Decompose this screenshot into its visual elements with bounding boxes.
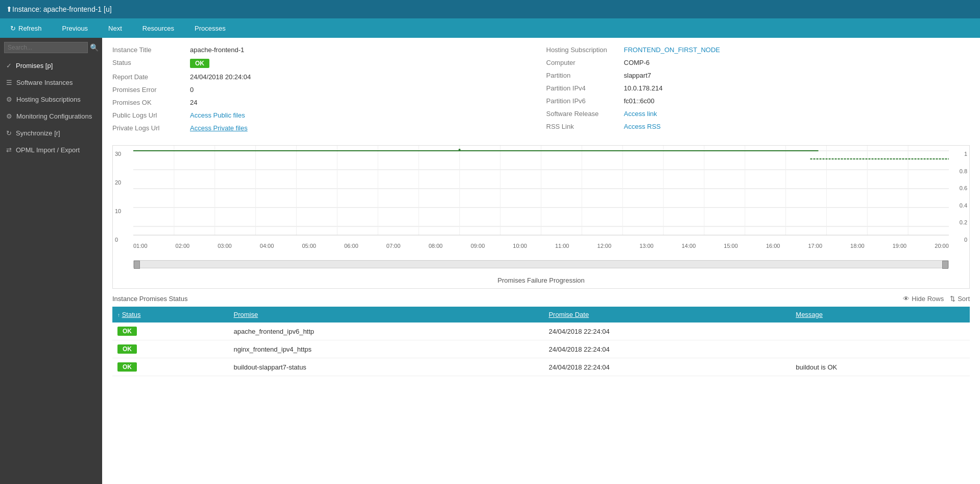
promises-table: ↑ Status Promise Promise Date Message OK… [112,307,970,376]
col-status[interactable]: ↑ Status [112,307,229,322]
svg-point-25 [459,149,461,151]
hide-rows-btn[interactable]: 👁 Hide Rows [903,295,944,303]
table-row: OK apache_frontend_ipv6_http 24/04/2018 … [112,322,970,340]
partition-ipv6-value: fc01::6c00 [624,97,655,105]
content-area: Instance Title apache-frontend-1 Status … [102,38,980,484]
col-message[interactable]: Message [791,307,970,322]
private-logs-row: Private Logs Url Access Private files [112,124,536,132]
sidebar-item-opml[interactable]: ⇄ OPML Import / Export [0,142,102,158]
report-date-value: 24/04/2018 20:24:04 [190,73,251,81]
hosting-sub-link[interactable]: FRONTEND_ON_FIRST_NODE [624,46,721,54]
chart-container: 0 10 20 30 [112,145,970,289]
report-date-label: Report Date [112,73,184,81]
row-promise: nginx_frontend_ipv4_https [229,340,544,358]
sync-icon: ↻ [6,129,12,137]
gear-icon: ⚙ [6,96,12,103]
range-slider-container [113,258,969,272]
row-message [791,340,970,358]
sidebar: 🔍 ✓ Promises [p] ☰ Software Instances ⚙ … [0,38,102,484]
partition-ipv4-value: 10.0.178.214 [624,84,663,92]
gear2-icon: ⚙ [6,112,12,120]
chart-svg [133,146,949,243]
instance-icon: ⬆ [6,5,12,13]
promises-error-value: 0 [190,86,194,94]
y-right-axis: 0 0.2 0.4 0.6 0.8 1 [949,146,969,258]
table-header-row: Instance Promises Status 👁 Hide Rows ⇅ S… [112,295,970,303]
sidebar-search: 🔍 [0,38,102,57]
instance-title-value: apache-frontend-1 [190,46,244,54]
promises-ok-value: 24 [190,99,197,106]
import-export-icon: ⇄ [6,146,12,154]
table-section: Instance Promises Status 👁 Hide Rows ⇅ S… [102,289,980,382]
table-header: ↑ Status Promise Promise Date Message [112,307,970,322]
row-promise: apache_frontend_ipv6_http [229,322,544,340]
resources-btn[interactable]: Resources [132,18,184,38]
sidebar-item-software-instances[interactable]: ☰ Software Instances [0,74,102,91]
col-promise-date[interactable]: Promise Date [543,307,791,322]
hosting-sub-row: Hosting Subscription FRONTEND_ON_FIRST_N… [546,46,970,54]
public-logs-row: Public Logs Url Access Public files [112,111,536,119]
x-axis-labels: 01:00 02:00 03:00 04:00 05:00 06:00 07:0… [133,243,949,249]
row-date: 24/04/2018 22:24:04 [543,358,791,376]
partition-ipv6-label: Partition IPv6 [546,97,618,105]
row-status: OK [112,340,229,358]
refresh-icon: ↻ [10,25,16,32]
public-logs-link[interactable]: Access Public files [190,111,245,119]
row-status: OK [112,358,229,376]
list-icon: ☰ [6,79,12,86]
sidebar-item-hosting-subscriptions[interactable]: ⚙ Hosting Subscriptions [0,91,102,108]
status-badge: OK [190,59,209,68]
rss-link[interactable]: Access RSS [624,123,661,130]
search-input[interactable] [4,42,88,53]
range-handle-right[interactable] [942,261,948,269]
public-logs-label: Public Logs Url [112,111,184,119]
instance-title-label: Instance Title [112,46,184,54]
status-row: Status OK [112,59,536,68]
sort-btn[interactable]: ⇅ Sort [950,295,970,303]
row-status: OK [112,322,229,340]
promises-error-row: Promises Error 0 [112,86,536,94]
partition-value: slappart7 [624,72,651,79]
partition-label: Partition [546,72,618,79]
next-btn[interactable]: Next [98,18,132,38]
previous-btn[interactable]: Previous [52,18,99,38]
private-logs-label: Private Logs Url [112,124,184,132]
row-date: 24/04/2018 22:24:04 [543,340,791,358]
instance-title-row: Instance Title apache-frontend-1 [112,46,536,54]
col-promise[interactable]: Promise [229,307,544,322]
partition-ipv4-label: Partition IPv4 [546,84,618,92]
processes-btn[interactable]: Processes [184,18,236,38]
range-slider[interactable] [133,260,949,268]
sidebar-item-synchronize[interactable]: ↻ Synchronize [r] [0,125,102,142]
partition-ipv6-row: Partition IPv6 fc01::6c00 [546,97,970,105]
refresh-btn[interactable]: ↻ Refresh [0,18,52,38]
rss-link-label: RSS Link [546,123,618,130]
sidebar-item-promises[interactable]: ✓ Promises [p] [0,57,102,74]
row-date: 24/04/2018 22:24:04 [543,322,791,340]
top-bar-title: Instance: apache-frontend-1 [u] [12,5,112,13]
chart-title: Promises Failure Progression [113,272,969,288]
computer-label: Computer [546,59,618,66]
row-promise: buildout-slappart7-status [229,358,544,376]
private-logs-link[interactable]: Access Private files [190,124,248,132]
top-bar: ⬆ Instance: apache-frontend-1 [u] [0,0,980,18]
status-label: Status [112,59,184,66]
sidebar-item-monitoring-configurations[interactable]: ⚙ Monitoring Configurations [0,108,102,125]
search-icon[interactable]: 🔍 [90,43,99,52]
promises-ok-label: Promises OK [112,99,184,106]
hosting-sub-label: Hosting Subscription [546,46,618,54]
software-release-link[interactable]: Access link [624,110,657,118]
software-release-label: Software Release [546,110,618,118]
table-actions: 👁 Hide Rows ⇅ Sort [903,295,970,303]
computer-row: Computer COMP-6 [546,59,970,66]
sort-icon: ⇅ [950,295,955,303]
table-section-title: Instance Promises Status [112,295,187,303]
table-row: OK buildout-slappart7-status 24/04/2018 … [112,358,970,376]
info-right: Hosting Subscription FRONTEND_ON_FIRST_N… [546,46,970,137]
y-left-axis: 0 10 20 30 [113,146,133,258]
chart-svg-container: 01:00 02:00 03:00 04:00 05:00 06:00 07:0… [133,146,949,258]
info-left: Instance Title apache-frontend-1 Status … [112,46,536,137]
range-handle-left[interactable] [134,261,140,269]
partition-ipv4-row: Partition IPv4 10.0.178.214 [546,84,970,92]
nav-toolbar: ↻ Refresh Previous Next Resources Proces… [0,18,980,38]
